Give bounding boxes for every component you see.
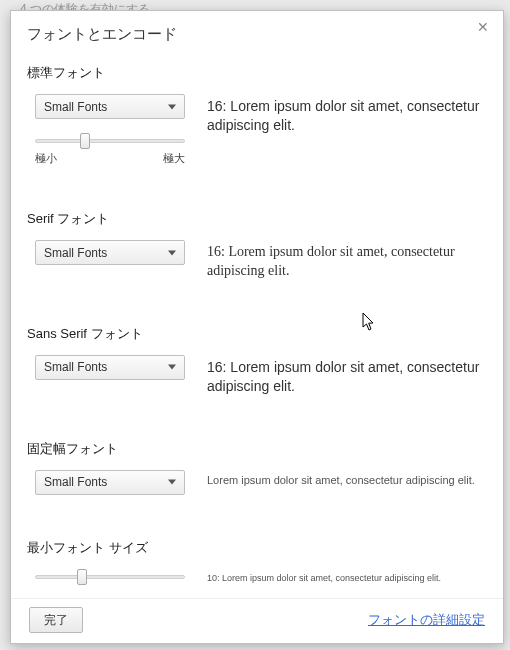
select-value: Small Fonts [44, 100, 107, 114]
sans-preview: 16: Lorem ipsum dolor sit amet, consecte… [207, 355, 497, 396]
sans-font-select[interactable]: Small Fonts [35, 355, 185, 380]
section-row: Small Fonts Lorem ipsum dolor sit amet, … [27, 470, 497, 495]
section-row: Small Fonts 16: Lorem ipsum dolor sit am… [27, 355, 497, 396]
section-serif-font: Serif フォント Small Fonts 16: Lorem ipsum d… [27, 200, 497, 315]
chevron-down-icon [168, 104, 176, 109]
advanced-font-settings-link[interactable]: フォントの詳細設定 [368, 611, 485, 629]
dialog-footer: 完了 フォントの詳細設定 [11, 598, 503, 643]
serif-preview: 16: Lorem ipsum dolor sit amet, consecte… [207, 240, 497, 281]
chevron-down-icon [168, 365, 176, 370]
section-controls: Small Fonts [27, 470, 187, 495]
fixed-preview: Lorem ipsum dolor sit amet, consectetur … [207, 470, 497, 488]
section-row: 10: Lorem ipsum dolor sit amet, consecte… [27, 569, 497, 584]
close-icon: ✕ [477, 19, 489, 35]
section-controls: Small Fonts 極小 極大 [27, 94, 187, 166]
section-row: Small Fonts 16: Lorem ipsum dolor sit am… [27, 240, 497, 281]
slider-thumb[interactable] [77, 569, 87, 585]
section-standard-font: 標準フォント Small Fonts 極小 極大 [27, 54, 497, 200]
standard-font-select[interactable]: Small Fonts [35, 94, 185, 119]
slider-track[interactable] [35, 569, 185, 583]
done-button[interactable]: 完了 [29, 607, 83, 633]
standard-preview: 16: Lorem ipsum dolor sit amet, consecte… [207, 94, 497, 135]
serif-font-select[interactable]: Small Fonts [35, 240, 185, 265]
section-controls [27, 569, 187, 583]
select-value: Small Fonts [44, 246, 107, 260]
done-label: 完了 [44, 612, 68, 629]
chevron-down-icon [168, 480, 176, 485]
section-title: Serif フォント [27, 210, 497, 228]
dialog-title: フォントとエンコード [27, 25, 487, 44]
slider-max-label: 極大 [163, 151, 185, 166]
dialog-body[interactable]: 標準フォント Small Fonts 極小 極大 [11, 54, 503, 598]
standard-size-slider: 極小 極大 [35, 133, 185, 166]
slider-labels: 極小 極大 [35, 151, 185, 166]
chevron-down-icon [168, 250, 176, 255]
min-size-preview: 10: Lorem ipsum dolor sit amet, consecte… [207, 569, 497, 584]
section-fixed-font: 固定幅フォント Small Fonts Lorem ipsum dolor si… [27, 430, 497, 529]
fonts-dialog: フォントとエンコード ✕ 標準フォント Small Fonts [10, 10, 504, 644]
dialog-header: フォントとエンコード ✕ [11, 11, 503, 54]
select-value: Small Fonts [44, 475, 107, 489]
section-min-size: 最小フォント サイズ 10: Lorem ipsum dolor sit ame… [27, 529, 497, 596]
slider-min-label: 極小 [35, 151, 57, 166]
select-value: Small Fonts [44, 360, 107, 374]
section-controls: Small Fonts [27, 355, 187, 380]
slider-track[interactable] [35, 133, 185, 147]
section-title: 最小フォント サイズ [27, 539, 497, 557]
close-button[interactable]: ✕ [473, 17, 493, 37]
section-title: Sans Serif フォント [27, 325, 497, 343]
slider-line [35, 139, 185, 143]
slider-line [35, 575, 185, 579]
section-sans-font: Sans Serif フォント Small Fonts 16: Lorem ip… [27, 315, 497, 430]
section-controls: Small Fonts [27, 240, 187, 265]
section-title: 固定幅フォント [27, 440, 497, 458]
section-row: Small Fonts 極小 極大 16: Lorem [27, 94, 497, 166]
section-title: 標準フォント [27, 64, 497, 82]
min-size-slider [35, 569, 185, 583]
fixed-font-select[interactable]: Small Fonts [35, 470, 185, 495]
slider-thumb[interactable] [80, 133, 90, 149]
